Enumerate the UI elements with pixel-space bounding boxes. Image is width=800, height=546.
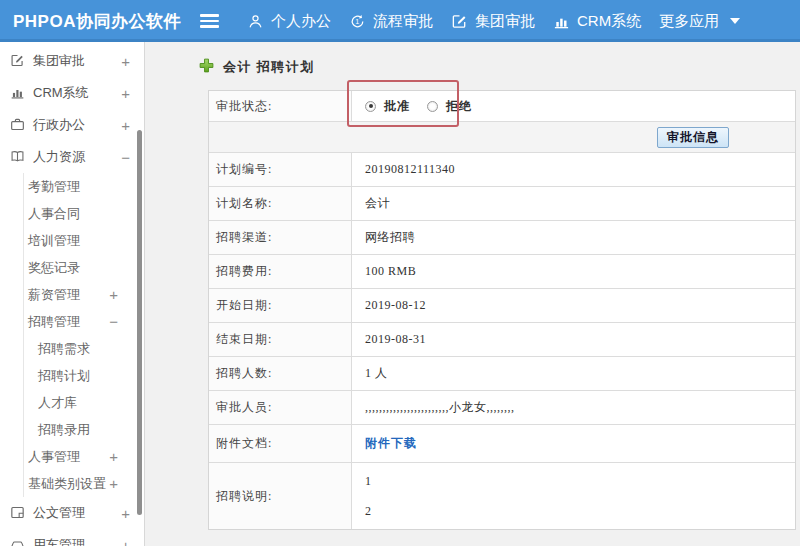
sidebar-item-rewards-records[interactable]: 奖惩记录 bbox=[24, 254, 144, 281]
sidebar-item-recruit-hire[interactable]: 招聘录用 bbox=[24, 416, 144, 443]
expand-toggle[interactable]: − bbox=[109, 313, 118, 330]
recruit-plan-detail-table: 审批状态: 批准 拒绝 审批信息 bbox=[208, 90, 796, 530]
phpoa-app-window: PHPOA协同办公软件 个人办公 1 流程审批 集团审批 bbox=[0, 0, 800, 546]
process-approval-icon: 1 bbox=[349, 13, 366, 30]
attachment-download-link[interactable]: 附件下载 bbox=[365, 435, 417, 452]
expand-toggle[interactable]: + bbox=[121, 53, 130, 70]
sidebar-item-training[interactable]: 培训管理 bbox=[24, 227, 144, 254]
nav-group-approval[interactable]: 集团审批 bbox=[451, 12, 535, 31]
sidebar-item-group-approval[interactable]: 集团审批 + bbox=[0, 45, 144, 77]
expand-toggle[interactable]: + bbox=[121, 537, 130, 546]
caret-down-icon bbox=[730, 18, 740, 24]
bar-chart-icon bbox=[10, 85, 26, 101]
app-logo[interactable]: PHPOA协同办公软件 bbox=[0, 10, 188, 33]
sidebar-item-talent-pool[interactable]: 人才库 bbox=[24, 389, 144, 416]
sidebar-item-base-category-settings[interactable]: 基础类别设置 + bbox=[24, 470, 144, 497]
nav-crm-system[interactable]: CRM系统 bbox=[553, 12, 641, 31]
table-row-attachment: 附件文档: 附件下载 bbox=[209, 425, 795, 463]
hamburger-menu-icon[interactable] bbox=[200, 14, 219, 28]
table-row-recruit-description: 招聘说明: 1 2 bbox=[209, 463, 795, 529]
bar-chart-icon bbox=[553, 13, 570, 30]
sidebar-item-attendance[interactable]: 考勤管理 bbox=[24, 173, 144, 200]
edit-square-icon bbox=[451, 13, 468, 30]
page-title: 会计 招聘计划 bbox=[199, 57, 800, 77]
expand-toggle[interactable]: + bbox=[121, 117, 130, 134]
description-line: 2 bbox=[365, 504, 372, 519]
document-icon bbox=[10, 505, 26, 521]
description-line: 1 bbox=[365, 474, 372, 489]
expand-toggle[interactable]: + bbox=[109, 286, 118, 303]
main-content: 会计 招聘计划 审批状态: 批准 拒绝 bbox=[145, 42, 800, 546]
expand-toggle[interactable]: + bbox=[121, 505, 130, 522]
sidebar-scrollbar[interactable] bbox=[137, 130, 142, 515]
nav-personal-office[interactable]: 个人办公 bbox=[247, 12, 331, 31]
table-row-start-date: 开始日期: 2019-08-12 bbox=[209, 289, 795, 323]
table-row-headcount: 招聘人数: 1 人 bbox=[209, 357, 795, 391]
sidebar-item-salary-mgmt[interactable]: 薪资管理 + bbox=[24, 281, 144, 308]
open-book-icon bbox=[10, 149, 26, 165]
topbar: PHPOA协同办公软件 个人办公 1 流程审批 集团审批 bbox=[0, 0, 800, 42]
edit-square-icon bbox=[10, 53, 26, 69]
svg-text:1: 1 bbox=[355, 17, 359, 26]
expand-toggle[interactable]: + bbox=[109, 475, 118, 492]
table-row-plan-name: 计划名称: 会计 bbox=[209, 187, 795, 221]
sidebar-item-recruit-plan[interactable]: 招聘计划 bbox=[24, 362, 144, 389]
top-navigation: 个人办公 1 流程审批 集团审批 CRM系统 更多应 bbox=[247, 12, 740, 31]
approval-status-options: 批准 拒绝 bbox=[352, 91, 795, 121]
nav-more-apps[interactable]: 更多应用 bbox=[659, 12, 740, 31]
sidebar-item-crm[interactable]: CRM系统 + bbox=[0, 77, 144, 109]
radio-button-approve[interactable] bbox=[365, 101, 376, 112]
green-plus-icon bbox=[199, 58, 214, 77]
sidebar-item-admin-office[interactable]: 行政办公 + bbox=[0, 109, 144, 141]
expand-toggle[interactable]: + bbox=[121, 85, 130, 102]
table-row-end-date: 结束日期: 2019-08-31 bbox=[209, 323, 795, 357]
table-row-approval-action: 审批信息 bbox=[209, 122, 795, 153]
sidebar-item-recruit-demand[interactable]: 招聘需求 bbox=[24, 335, 144, 362]
approval-info-button[interactable]: 审批信息 bbox=[657, 127, 729, 148]
table-row-recruit-channel: 招聘渠道: 网络招聘 bbox=[209, 221, 795, 255]
expand-toggle[interactable]: − bbox=[121, 149, 130, 166]
sidebar-item-human-resources[interactable]: 人力资源 − bbox=[0, 141, 144, 173]
table-row-plan-number: 计划编号: 20190812111340 bbox=[209, 153, 795, 187]
sidebar: 集团审批 + CRM系统 + 行政办公 + bbox=[0, 42, 145, 546]
table-row-approvers: 审批人员: ,,,,,,,,,,,,,,,,,,,,,,,,小龙女,,,,,,,… bbox=[209, 391, 795, 425]
expand-toggle[interactable]: + bbox=[109, 448, 118, 465]
sidebar-item-recruit-mgmt[interactable]: 招聘管理 − bbox=[24, 308, 144, 335]
briefcase-icon bbox=[10, 117, 26, 133]
table-row-approval-status: 审批状态: 批准 拒绝 bbox=[209, 91, 795, 122]
table-row-recruit-cost: 招聘费用: 100 RMB bbox=[209, 255, 795, 289]
hr-submenu: 考勤管理 人事合同 培训管理 奖惩记录 薪资管理 + bbox=[23, 173, 144, 497]
nav-process-approval[interactable]: 1 流程审批 bbox=[349, 12, 433, 31]
car-icon bbox=[10, 537, 26, 546]
user-icon bbox=[247, 13, 264, 30]
sidebar-item-personnel-mgmt[interactable]: 人事管理 + bbox=[24, 443, 144, 470]
sidebar-item-document-mgmt[interactable]: 公文管理 + bbox=[0, 497, 144, 529]
sidebar-item-vehicle-mgmt[interactable]: 用车管理 + bbox=[0, 529, 144, 546]
radio-option-reject[interactable]: 拒绝 bbox=[427, 98, 472, 115]
radio-button-reject[interactable] bbox=[427, 101, 438, 112]
sidebar-item-hr-contract[interactable]: 人事合同 bbox=[24, 200, 144, 227]
radio-option-approve[interactable]: 批准 bbox=[365, 98, 410, 115]
